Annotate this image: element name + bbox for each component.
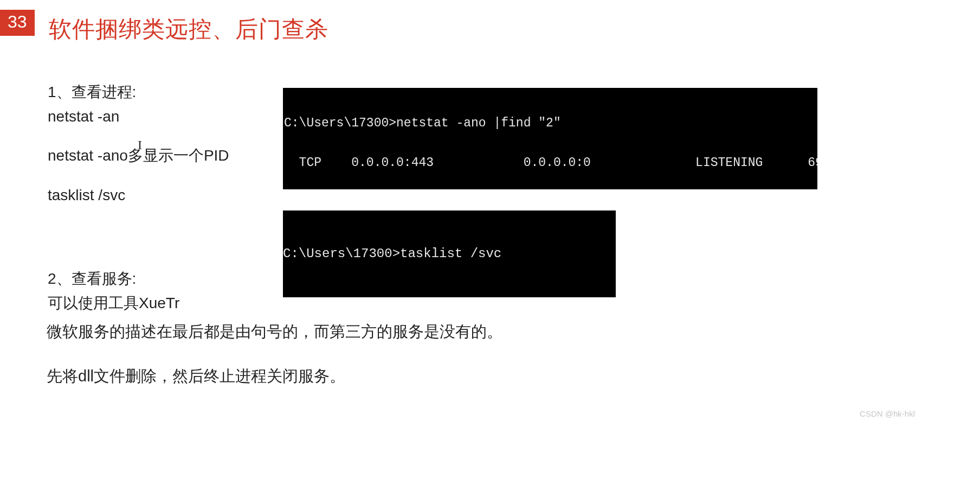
bottom-text: 微软服务的描述在最后都是由句号的，而第三方的服务是没有的。 先将dll文件删除，… <box>47 320 502 409</box>
text-line: 先将dll文件删除，然后终止进程关闭服务。 <box>47 365 502 388</box>
text-line: 微软服务的描述在最后都是由句号的，而第三方的服务是没有的。 <box>47 320 502 344</box>
terminal-tasklist: C:\Users\17300>tasklist /svc 映像名称 PID 服务… <box>283 210 616 297</box>
terminal-prompt: C:\Users\17300>netstat -ano |find "2" <box>284 117 812 130</box>
slide-title: 软件捆绑类远控、后门查杀 <box>49 14 328 44</box>
watermark: CSDN @hk-hkl <box>860 409 915 418</box>
text-cursor-icon: I <box>138 138 142 152</box>
terminal-prompt: C:\Users\17300>tasklist /svc <box>283 246 610 262</box>
terminal-row: TCP 0.0.0.0:443 0.0.0.0:0 LISTENING 6952 <box>284 156 812 169</box>
slide-number-badge: 33 <box>0 10 35 36</box>
text-line: 可以使用工具XueTr <box>48 292 229 315</box>
text-line: tasklist /svc <box>48 184 229 207</box>
terminal-netstat: C:\Users\17300>netstat -ano |find "2" TC… <box>283 88 817 189</box>
left-column: 1、查看进程: netstat -an netstat -ano多显示一个PID… <box>48 81 229 317</box>
text-line: netstat -an <box>48 106 229 128</box>
text-line: 2、查看服务: <box>48 268 229 290</box>
text-line: 1、查看进程: <box>48 81 229 104</box>
